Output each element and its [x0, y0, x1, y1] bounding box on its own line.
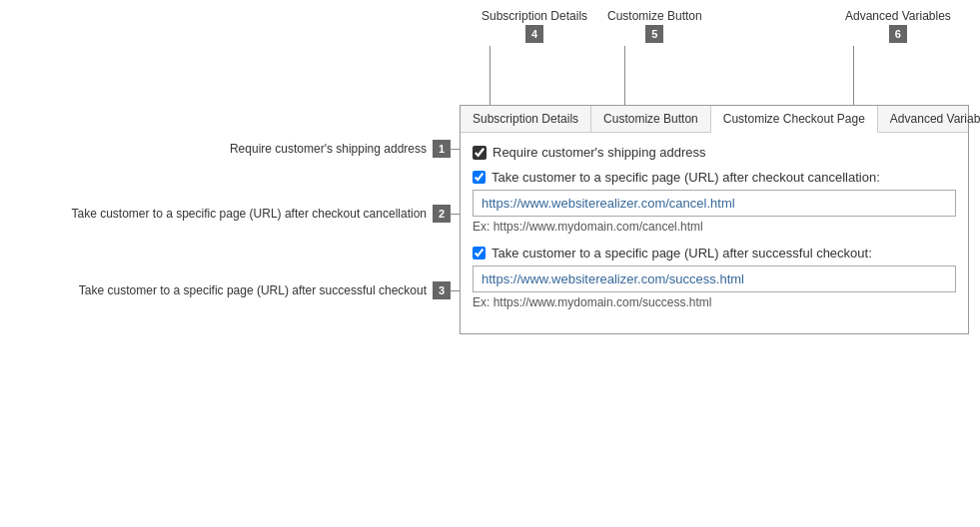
annotation-badge-3: 3 [433, 281, 451, 299]
top-badge-6: 6 [889, 25, 907, 43]
success-url-label: Take customer to a specific page (URL) a… [491, 246, 872, 261]
top-label-text-6: Advanced Variables [845, 9, 951, 23]
annotation-badge-2: 2 [433, 205, 451, 223]
top-badge-4: 4 [525, 25, 543, 43]
cancel-url-hint: Ex: https://www.mydomain.com/cancel.html [473, 220, 956, 234]
tab-advanced-variables[interactable]: Advanced Variables [878, 106, 980, 132]
annotation-1: Require customer's shipping address 1 [0, 140, 451, 158]
shipping-address-checkbox[interactable] [473, 146, 487, 160]
top-label-advanced-variables: Advanced Variables 6 [845, 8, 951, 43]
top-label-customize-button: Customize Button 5 [607, 8, 702, 43]
top-labels-area: Subscription Details 4 Customize Button … [460, 8, 969, 108]
tabs-container: Subscription Details Customize Button Cu… [461, 106, 968, 133]
success-url-section: Take customer to a specific page (URL) a… [473, 246, 956, 309]
shipping-address-label: Require customer's shipping address [492, 145, 705, 160]
annotation-label-3: Take customer to a specific page (URL) a… [79, 283, 427, 297]
cancel-url-section: Take customer to a specific page (URL) a… [473, 170, 956, 234]
top-label-subscription-details: Subscription Details 4 [482, 8, 587, 43]
success-url-label-row: Take customer to a specific page (URL) a… [473, 246, 956, 261]
success-url-input[interactable] [473, 265, 956, 292]
top-badge-5: 5 [645, 25, 663, 43]
annotation-label-2: Take customer to a specific page (URL) a… [71, 207, 427, 221]
tab-subscription-details[interactable]: Subscription Details [461, 106, 591, 132]
cancel-url-input[interactable] [473, 190, 956, 217]
top-label-text-4: Subscription Details [482, 9, 587, 23]
cancel-url-label-row: Take customer to a specific page (URL) a… [473, 170, 956, 185]
annotation-label-1: Require customer's shipping address [230, 142, 427, 156]
tab-content: Require customer's shipping address Take… [461, 133, 968, 333]
annotation-badge-1: 1 [433, 140, 451, 158]
annotation-3: Take customer to a specific page (URL) a… [0, 281, 451, 299]
cancel-url-checkbox[interactable] [473, 171, 486, 184]
top-label-text-5: Customize Button [607, 9, 702, 23]
annotation-2: Take customer to a specific page (URL) a… [0, 205, 451, 223]
success-url-checkbox[interactable] [473, 247, 486, 260]
tab-customize-button[interactable]: Customize Button [591, 106, 711, 132]
shipping-address-row: Require customer's shipping address [473, 145, 956, 160]
page-container: Subscription Details 4 Customize Button … [0, 0, 980, 527]
cancel-url-label: Take customer to a specific page (URL) a… [491, 170, 880, 185]
tab-customize-checkout-page[interactable]: Customize Checkout Page [711, 106, 878, 133]
success-url-hint: Ex: https://www.mydomain.com/success.htm… [473, 295, 956, 309]
main-panel: Subscription Details Customize Button Cu… [460, 105, 969, 334]
